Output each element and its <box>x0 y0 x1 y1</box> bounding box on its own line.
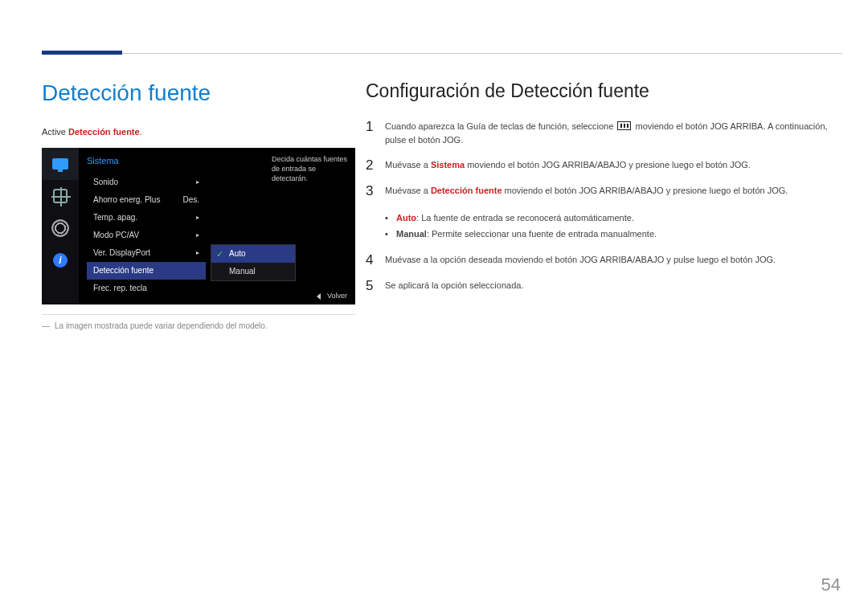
osd-sidebar: i <box>42 148 79 304</box>
monitor-icon <box>42 148 79 180</box>
bullet-text: Auto: La fuente de entrada se reconocerá… <box>396 210 634 226</box>
step-body: Muévase a Detección fuente moviendo el b… <box>385 184 841 198</box>
bullet-dot: • <box>385 210 396 226</box>
step-5: 5 Se aplicará la opción seleccionada. <box>366 279 841 293</box>
osd-row-temp: Temp. apag. ▸ <box>87 209 206 227</box>
step-number: 2 <box>366 158 385 173</box>
footnote-dash: ― <box>42 321 50 330</box>
step-2: 2 Muévase a Sistema moviendo el botón JO… <box>366 158 841 173</box>
osd-row-value: Des. <box>182 191 199 209</box>
osd-footer: Volver <box>317 292 347 300</box>
step-text: moviendo el botón JOG ARRIBA/ABAJO y pre… <box>465 160 751 170</box>
osd-footer-label: Volver <box>327 292 347 300</box>
bullet-auto: • Auto: La fuente de entrada se reconoce… <box>385 210 841 226</box>
picture-icon <box>42 180 79 212</box>
osd-title: Sistema <box>87 156 119 166</box>
footnote: ―La imagen mostrada puede variar dependi… <box>42 321 355 330</box>
step-1: 1 Cuando aparezca la Guía de teclas de f… <box>366 120 841 147</box>
section-heading: Detección fuente <box>42 80 355 106</box>
osd-row-frec: Frec. rep. tecla <box>87 280 206 297</box>
menu-grid-icon <box>617 121 631 130</box>
step-text: moviendo el botón JOG ARRIBA/ABAJO y pre… <box>502 186 788 195</box>
step-text: Cuando aparezca la Guía de teclas de fun… <box>385 121 616 131</box>
step-body: Muévase a la opción deseada moviendo el … <box>385 253 841 267</box>
osd-row-label: Detección fuente <box>93 262 154 280</box>
chevron-right-icon: ▸ <box>196 227 199 244</box>
step-highlight: Sistema <box>431 160 465 170</box>
step-text: Muévase a <box>385 186 431 195</box>
osd-sub-auto: Auto <box>211 245 295 263</box>
chevron-right-icon: ▸ <box>196 174 199 191</box>
step-4: 4 Muévase a la opción deseada moviendo e… <box>366 253 841 268</box>
osd-row-modo: Modo PC/AV ▸ <box>87 227 206 244</box>
bullet-dot: • <box>385 226 396 242</box>
intro-text: Active Detección fuente. <box>42 127 355 137</box>
osd-sub-manual: Manual <box>211 263 295 280</box>
footnote-divider <box>42 314 355 315</box>
info-icon: i <box>42 244 79 276</box>
step-number: 4 <box>366 253 385 268</box>
sub-bullets: • Auto: La fuente de entrada se reconoce… <box>385 210 841 242</box>
osd-screenshot: i Sistema Sonido ▸ Ahorro energ. Plus De… <box>42 148 355 304</box>
osd-submenu: Auto Manual <box>211 244 296 281</box>
osd-row-label: Sonido <box>93 174 118 191</box>
osd-row-label: Temp. apag. <box>93 209 137 227</box>
step-body: Muévase a Sistema moviendo el botón JOG … <box>385 158 841 172</box>
page-number: 54 <box>821 574 841 595</box>
step-text: Muévase a <box>385 160 431 170</box>
step-body: Cuando aparezca la Guía de teclas de fun… <box>385 120 841 147</box>
triangle-left-icon <box>317 293 321 300</box>
right-column: Configuración de Detección fuente 1 Cuan… <box>366 80 841 304</box>
bullet-rest: : La fuente de entrada se reconocerá aut… <box>416 213 634 223</box>
bullet-highlight: Manual <box>396 229 427 239</box>
osd-tooltip: Decida cuántas fuentes de entrada se det… <box>272 154 349 183</box>
bullet-text: Manual: Permite seleccionar una fuente d… <box>396 226 657 242</box>
osd-row-label: Frec. rep. tecla <box>93 280 147 297</box>
footnote-text: La imagen mostrada puede variar dependie… <box>55 321 268 330</box>
top-accent-bar <box>42 51 122 55</box>
step-number: 3 <box>366 184 385 198</box>
osd-row-sonido: Sonido ▸ <box>87 174 206 191</box>
osd-menu: Sonido ▸ Ahorro energ. Plus Des. Temp. a… <box>87 174 206 297</box>
bullet-rest: : Permite seleccionar una fuente de entr… <box>427 229 657 239</box>
osd-row-displayport: Ver. DisplayPort ▸ <box>87 244 206 262</box>
intro-prefix: Active <box>42 127 68 137</box>
top-rule <box>42 53 842 54</box>
step-body: Se aplicará la opción seleccionada. <box>385 279 841 292</box>
step-number: 1 <box>366 120 385 134</box>
osd-row-ahorro: Ahorro energ. Plus Des. <box>87 191 206 209</box>
left-column: Detección fuente Active Detección fuente… <box>42 80 355 330</box>
osd-row-deteccion: Detección fuente <box>87 262 206 280</box>
osd-row-label: Ver. DisplayPort <box>93 244 150 262</box>
bullet-manual: • Manual: Permite seleccionar una fuente… <box>385 226 841 242</box>
bullet-highlight: Auto <box>396 213 416 223</box>
step-highlight: Detección fuente <box>431 186 502 195</box>
config-heading: Configuración de Detección fuente <box>366 80 841 102</box>
chevron-right-icon: ▸ <box>196 244 199 262</box>
chevron-right-icon: ▸ <box>196 209 199 227</box>
osd-row-label: Modo PC/AV <box>93 227 139 244</box>
step-number: 5 <box>366 279 385 293</box>
intro-suffix: . <box>140 127 142 137</box>
step-3: 3 Muévase a Detección fuente moviendo el… <box>366 184 841 198</box>
gear-icon <box>42 212 79 244</box>
intro-highlight: Detección fuente <box>68 127 140 137</box>
osd-row-label: Ahorro energ. Plus <box>93 191 160 209</box>
